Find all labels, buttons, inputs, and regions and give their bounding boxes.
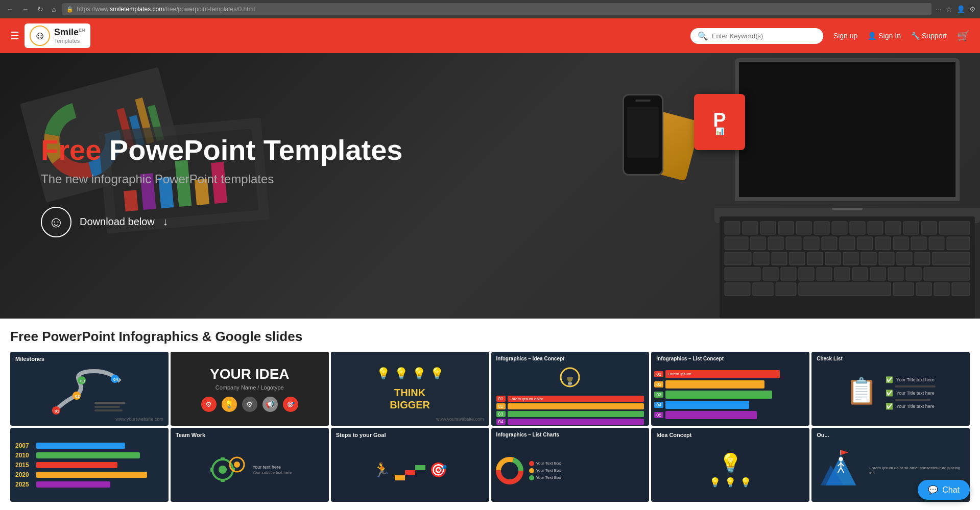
logo-text: SmileEN Templates (54, 27, 85, 45)
steps-visual: 🏃 🎯 (373, 460, 447, 480)
svg-rect-62 (888, 268, 903, 280)
idea-icon-3: ⚙ (242, 397, 257, 412)
browser-url: https://www.smiletemplates.com/free/powe… (77, 6, 255, 13)
template-card-listcharts[interactable]: Infographics – List Charts Your Text Box (491, 428, 650, 502)
svg-rect-28 (939, 222, 970, 234)
teamwork-visual: Your text hereYour subtitle text here (207, 449, 292, 490)
logo-templates: Templates (54, 38, 85, 44)
other-title: Ou... (817, 432, 829, 438)
check-line-2 (895, 399, 930, 401)
section-title: Free PowerPoint Infographics & Google sl… (0, 319, 980, 350)
small-bulb-1: 💡 (709, 477, 721, 488)
svg-rect-49 (861, 252, 876, 265)
hero-content: Free PowePoint Templates The new infogra… (0, 104, 443, 268)
svg-point-94 (234, 462, 240, 468)
template-grid-row1: Milestones 01 02 03 04 www.yourswebsite.… (0, 350, 980, 428)
check-line-1 (895, 385, 936, 387)
template-card-listconcept[interactable]: Infographics – List Concept 01 Lorem ips… (651, 352, 809, 426)
svg-text:03: 03 (80, 379, 85, 383)
signin-link[interactable]: 👤 Sign In (868, 32, 901, 40)
svg-rect-44 (772, 252, 787, 265)
svg-rect-35 (840, 237, 855, 250)
template-card-checklist[interactable]: Check List 📋 ✅ Your Title text here ✅ Yo… (811, 352, 970, 426)
browser-nav: ← → ↻ ⌂ (4, 4, 58, 14)
template-card-thinkbigger[interactable]: 💡 💡 💡 💡 THINKBIGGER www.yourswebsite.com (331, 352, 489, 426)
svg-rect-61 (870, 268, 886, 280)
steps-figure: 🏃 🎯 (373, 460, 447, 480)
bookmark-button[interactable]: ☆ (946, 5, 952, 13)
thinkbigger-content: 💡 💡 💡 💡 THINKBIGGER (376, 356, 444, 422)
check-row-2: ✅ Your Title text here (886, 390, 936, 397)
stairs-svg (395, 460, 425, 480)
svg-text:01: 01 (55, 409, 59, 414)
person-icon: 👤 (868, 32, 876, 40)
checklist-title: Check List (817, 356, 843, 361)
svg-rect-59 (834, 268, 850, 280)
svg-rect-47 (825, 252, 841, 265)
svg-rect-65 (725, 283, 750, 296)
svg-point-105 (839, 457, 843, 461)
svg-rect-83 (94, 409, 123, 411)
template-card-ideaconcept2[interactable]: Idea Concept 💡 💡 💡 💡 (651, 428, 809, 502)
template-card-teamwork[interactable]: Team Work Your text hereYour subtitle te… (171, 428, 329, 502)
svg-rect-16 (725, 222, 740, 234)
svg-rect-26 (903, 222, 919, 234)
runner-icon: 🏃 (373, 462, 391, 478)
template-card-ideaconcept[interactable]: Infographics – Idea Concept 01 Lorem ips… (491, 352, 650, 426)
refresh-button[interactable]: ↻ (35, 4, 46, 14)
template-card-youridea[interactable]: YOUR IDEA Company Name / Logotype ⚙ 💡 ⚙ … (171, 352, 329, 426)
timeline-content: 2007 2010 2015 2020 2025 (13, 440, 165, 490)
other-svg (816, 450, 866, 491)
header-right: Sign up 👤 Sign In 🔧 Support 🛒 (833, 30, 970, 42)
svg-point-88 (219, 466, 227, 474)
settings-icon[interactable]: ⚙ (969, 5, 976, 13)
idea-icon-1: ⚙ (201, 397, 217, 412)
support-link[interactable]: 🔧 Support (911, 32, 947, 40)
check-row-3: ✅ Your Title text here (886, 403, 936, 410)
card-website-milestones: www.yourswebsite.com (115, 417, 163, 422)
template-card-stepstogo[interactable]: Steps to your Goal 🏃 🎯 (331, 428, 489, 502)
ideaconcept2-title: Idea Concept (656, 432, 691, 438)
svg-rect-50 (879, 252, 894, 265)
hero-banner: P 📊 (0, 53, 980, 319)
hero-phone (623, 94, 663, 176)
back-button[interactable]: ← (4, 4, 16, 14)
svg-rect-19 (778, 222, 794, 234)
hamburger-menu[interactable]: ☰ (10, 30, 19, 42)
address-bar[interactable]: 🔒 https://www.smiletemplates.com/free/po… (62, 3, 931, 15)
svg-rect-34 (822, 237, 837, 250)
template-card-milestones[interactable]: Milestones 01 02 03 04 www.yourswebsite.… (10, 352, 169, 426)
template-card-timeline[interactable]: 2007 2010 2015 2020 2025 (10, 428, 169, 502)
svg-rect-64 (924, 268, 970, 280)
youridea-icons: ⚙ 💡 ⚙ 📢 🎯 (201, 397, 298, 412)
home-button[interactable]: ⌂ (49, 4, 58, 14)
svg-rect-70 (916, 283, 931, 296)
small-bulb-2: 💡 (725, 477, 736, 488)
checklist-visual: 📋 ✅ Your Title text here ✅ Your Title te… (846, 376, 936, 410)
svg-rect-39 (911, 237, 926, 250)
chat-badge[interactable]: 💬 Chat (918, 480, 970, 500)
gears-svg (207, 449, 248, 490)
cart-button[interactable]: 🛒 (957, 30, 970, 42)
search-input[interactable] (712, 32, 816, 40)
forward-button[interactable]: → (19, 4, 32, 14)
svg-rect-97 (415, 465, 425, 470)
teamwork-subtext: Your text hereYour subtitle text here (252, 465, 292, 475)
hero-title: Free PowePoint Templates (41, 134, 402, 166)
search-bar[interactable]: 🔍 (690, 28, 823, 44)
laptop-keyboard-svg (720, 216, 975, 319)
browser-extras: ··· ☆ 👤 ⚙ (936, 5, 976, 13)
idea-icon-5: 🎯 (283, 397, 298, 412)
more-button[interactable]: ··· (936, 5, 942, 13)
site-logo[interactable]: ☺ SmileEN Templates (25, 23, 90, 48)
download-text: Download below (80, 216, 155, 228)
svg-rect-72 (952, 283, 970, 296)
bulb-3: 💡 (412, 367, 426, 380)
listcharts-visual: Your Text Box Your Text Box Your Text Bo… (494, 455, 647, 486)
svg-rect-45 (790, 252, 805, 265)
signup-link[interactable]: Sign up (833, 32, 857, 40)
extra-button[interactable]: 👤 (957, 5, 965, 13)
ideaconcept-title: Infographics – Idea Concept (496, 356, 565, 361)
stepstogo-title: Steps to your Goal (336, 432, 386, 438)
ppt-icon-box: P 📊 (694, 94, 745, 150)
